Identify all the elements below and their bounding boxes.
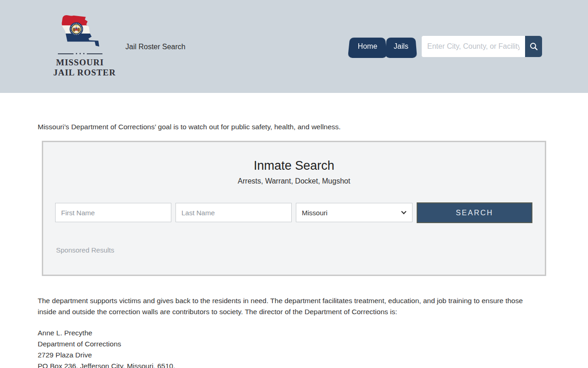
logo-text-line1: MISSOURI <box>53 58 107 68</box>
facility-search-input[interactable] <box>422 36 525 57</box>
site-logo[interactable]: MISSOURI JAIL ROSTER <box>53 12 107 78</box>
department-paragraph: The department supports victims and give… <box>38 295 541 317</box>
last-name-input[interactable] <box>175 203 292 222</box>
state-select[interactable]: Missouri <box>296 203 413 222</box>
nav-tab-jails-label: Jails <box>394 42 408 51</box>
intro-text: Missouri’s Department of Corrections’ go… <box>38 122 341 132</box>
nav-tab-jails[interactable]: Jails <box>385 35 417 58</box>
state-select-wrap: Missouri <box>296 203 413 222</box>
address-line-street: 2729 Plaza Drive <box>38 350 175 361</box>
address-block: Anne L. Precythe Department of Correctio… <box>38 328 175 368</box>
nav-tab-home-label: Home <box>358 42 378 51</box>
address-line-city: PO Box 236, Jefferson City, Missouri, 65… <box>38 361 175 368</box>
address-line-dept: Department of Corrections <box>38 339 175 350</box>
logo-text-line2: JAIL ROSTER <box>53 68 107 78</box>
inmate-search-form: Missouri SEARCH <box>55 203 532 223</box>
site-header: MISSOURI JAIL ROSTER Jail Roster Search … <box>0 0 588 93</box>
address-line-name: Anne L. Precythe <box>38 328 175 339</box>
header-search-button[interactable] <box>525 36 542 57</box>
first-name-input[interactable] <box>55 203 171 222</box>
header-search <box>422 36 542 57</box>
inmate-search-button[interactable]: SEARCH <box>417 202 532 223</box>
nav-tab-home[interactable]: Home <box>348 35 387 58</box>
missouri-flag-icon <box>57 12 103 52</box>
inmate-search-title: Inmate Search <box>43 159 545 173</box>
inmate-search-panel: Inmate Search Arrests, Warrant, Docket, … <box>42 141 546 276</box>
search-icon <box>529 42 538 51</box>
site-tagline: Jail Roster Search <box>125 43 186 51</box>
logo-divider <box>53 53 107 54</box>
inmate-search-subtitle: Arrests, Warrant, Docket, Mugshot <box>43 177 545 185</box>
sponsored-results-label: Sponsored Results <box>56 246 114 254</box>
